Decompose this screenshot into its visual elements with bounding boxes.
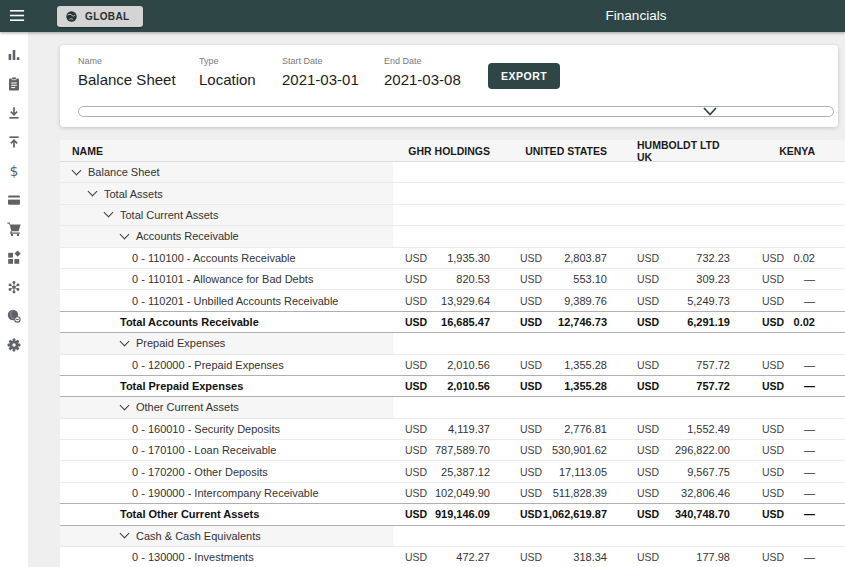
- row-name-cell: 0 - 120000 - Prepaid Expenses: [60, 355, 393, 375]
- row-name-cell: Total Accounts Receivable: [60, 312, 393, 332]
- report-filter-card: Name Balance Sheet Type Location Start D…: [60, 45, 838, 127]
- row-name-cell[interactable]: Cash & Cash Equivalents: [60, 526, 393, 546]
- value-cell: USD12,746.73: [520, 312, 607, 332]
- table-row: Total Prepaid ExpensesUSD2,010.56USD1,35…: [60, 375, 845, 397]
- currency-label: USD: [405, 295, 427, 307]
- widgets-icon[interactable]: [6, 250, 22, 266]
- amount-value: 9,389.76: [564, 295, 607, 307]
- column-header-kenya: KENYA: [762, 140, 815, 161]
- shopping-cart-icon[interactable]: [6, 221, 22, 237]
- amount-value: 1,552.49: [687, 423, 730, 435]
- value-cell: USD530,901.62: [520, 440, 607, 460]
- field-name-value[interactable]: Balance Sheet: [78, 71, 176, 88]
- table-row: Prepaid Expenses: [60, 333, 845, 354]
- financial-table: NAME GHR HOLDINGS UNITED STATES HUMBOLDT…: [60, 140, 845, 567]
- table-row: Cash & Cash Equivalents: [60, 526, 845, 547]
- row-label: 0 - 130000 - Investments: [132, 551, 254, 563]
- svg-text:$: $: [10, 163, 19, 179]
- row-label: Total Assets: [104, 188, 163, 200]
- table-row: 0 - 110201 - Unbilled Accounts Receivabl…: [60, 290, 845, 311]
- currency-label: USD: [637, 273, 659, 285]
- amount-value: 9,567.75: [687, 466, 730, 478]
- horizontal-scroll-track[interactable]: [78, 106, 834, 117]
- sphere-remove-icon[interactable]: [6, 308, 22, 324]
- value-cell: USD—: [762, 419, 815, 439]
- currency-label: USD: [520, 444, 542, 456]
- global-button[interactable]: GLOBAL: [57, 6, 143, 27]
- field-end-date: End Date 2021-03-08: [384, 56, 461, 88]
- clipboard-icon[interactable]: [6, 76, 22, 92]
- table-row: 0 - 190000 - Intercompany ReceivableUSD1…: [60, 483, 845, 504]
- currency-label: USD: [637, 444, 659, 456]
- chevron-down-icon[interactable]: [88, 187, 98, 197]
- field-start-date-label: Start Date: [282, 56, 359, 66]
- value-cell: USD787,589.70: [405, 440, 490, 460]
- credit-card-icon[interactable]: [6, 192, 22, 208]
- row-label: 0 - 160010 - Security Deposits: [132, 423, 280, 435]
- currency-label: USD: [637, 551, 659, 563]
- amount-value: 2,010.56: [447, 380, 490, 392]
- currency-label: USD: [405, 508, 427, 520]
- value-cell: USD318.34: [520, 547, 607, 567]
- chevron-down-icon[interactable]: [120, 336, 130, 346]
- amount-value: —: [804, 444, 815, 456]
- currency-label: USD: [520, 273, 542, 285]
- field-type-value[interactable]: Location: [199, 71, 256, 88]
- amount-value: 296,822.00: [675, 444, 730, 456]
- value-cell: USD9,567.75: [637, 461, 730, 481]
- chevron-down-icon[interactable]: [72, 165, 82, 175]
- row-name-cell[interactable]: Prepaid Expenses: [60, 333, 393, 353]
- bar-chart-icon[interactable]: [6, 47, 22, 63]
- row-name-cell[interactable]: Other Current Assets: [60, 397, 393, 417]
- row-name-cell[interactable]: Balance Sheet: [60, 162, 393, 182]
- value-cell: USD296,822.00: [637, 440, 730, 460]
- value-cell: USD820.53: [405, 269, 490, 289]
- value-cell: USD0.02: [762, 312, 815, 332]
- row-name-cell: 0 - 170200 - Other Deposits: [60, 461, 393, 481]
- amount-value: 102,049.90: [435, 487, 490, 499]
- column-header-ghr-holdings: GHR HOLDINGS: [405, 140, 490, 161]
- chevron-down-icon[interactable]: [120, 229, 130, 239]
- table-header-row: NAME GHR HOLDINGS UNITED STATES HUMBOLDT…: [60, 140, 845, 162]
- row-label: 0 - 190000 - Intercompany Receivable: [132, 487, 319, 499]
- row-label: 0 - 110101 - Allowance for Bad Debts: [132, 273, 313, 285]
- dollar-icon[interactable]: $: [6, 163, 22, 179]
- amount-value: 6,291.19: [687, 316, 730, 328]
- row-name-cell[interactable]: Accounts Receivable: [60, 226, 393, 246]
- field-end-date-value[interactable]: 2021-03-08: [384, 71, 461, 88]
- chevron-down-icon[interactable]: [120, 401, 130, 411]
- amount-value: 2,010.56: [447, 359, 490, 371]
- table-row: Accounts Receivable: [60, 226, 845, 247]
- table-row: Other Current Assets: [60, 397, 845, 418]
- column-header-name: NAME: [60, 145, 103, 157]
- value-cell: USD0.02: [762, 248, 815, 268]
- download-icon[interactable]: [6, 105, 22, 121]
- currency-label: USD: [520, 466, 542, 478]
- export-button[interactable]: EXPORT: [488, 63, 560, 89]
- table-row: Total Accounts ReceivableUSD16,685.47USD…: [60, 311, 845, 333]
- field-start-date-value[interactable]: 2021-03-01: [282, 71, 359, 88]
- row-name-cell[interactable]: Total Current Assets: [60, 205, 393, 225]
- row-label: Total Current Assets: [120, 209, 218, 221]
- chevron-down-icon[interactable]: [104, 208, 114, 218]
- menu-icon[interactable]: [9, 8, 26, 23]
- row-name-cell[interactable]: Total Assets: [60, 183, 393, 203]
- chevron-down-icon[interactable]: [120, 529, 130, 539]
- value-cell: USD177.98: [637, 547, 730, 567]
- currency-label: USD: [762, 380, 784, 392]
- value-cell: USD2,776.81: [520, 419, 607, 439]
- currency-label: USD: [520, 487, 542, 499]
- hub-icon[interactable]: [6, 279, 22, 295]
- column-header-united-states: UNITED STATES: [520, 140, 607, 161]
- currency-label: USD: [520, 359, 542, 371]
- amount-value: —: [804, 466, 815, 478]
- upload-icon[interactable]: [6, 134, 22, 150]
- gear-icon[interactable]: [6, 337, 22, 353]
- currency-label: USD: [520, 380, 542, 392]
- amount-value: 919,146.09: [435, 508, 490, 520]
- field-name: Name Balance Sheet: [78, 56, 176, 88]
- amount-value: —: [804, 273, 815, 285]
- currency-label: USD: [637, 466, 659, 478]
- currency-label: USD: [520, 316, 542, 328]
- chevron-down-icon[interactable]: [702, 106, 718, 117]
